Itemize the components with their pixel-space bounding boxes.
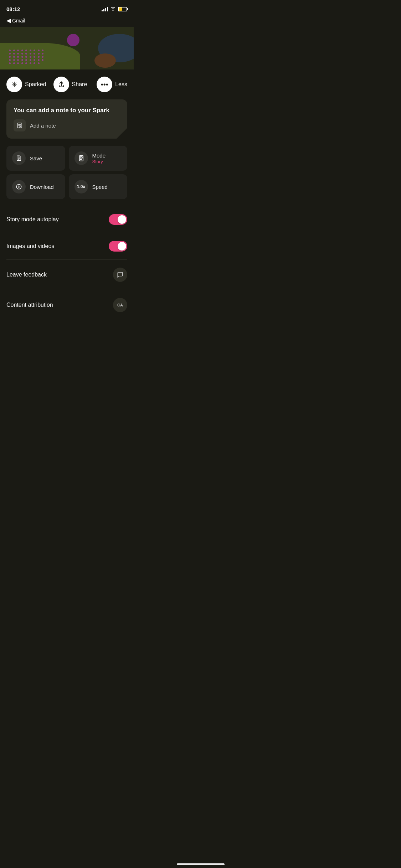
story-mode-toggle[interactable] bbox=[109, 214, 127, 225]
speed-label: Speed bbox=[92, 184, 108, 190]
add-note-label: Add a note bbox=[30, 123, 56, 129]
less-button[interactable]: ••• Less bbox=[97, 77, 127, 92]
svg-rect-6 bbox=[80, 157, 82, 158]
battery-icon bbox=[118, 7, 127, 11]
feedback-button[interactable] bbox=[113, 268, 127, 282]
download-label: Download bbox=[30, 184, 54, 190]
sparked-icon: ✳ bbox=[6, 77, 22, 92]
sparked-button[interactable]: ✳ Sparked bbox=[6, 77, 46, 92]
mode-button[interactable]: Mode Story bbox=[69, 146, 128, 171]
note-card-title: You can add a note to your Spark bbox=[14, 107, 120, 114]
more-icon: ••• bbox=[97, 77, 112, 92]
share-button[interactable]: Share bbox=[53, 77, 87, 92]
attribution-button[interactable]: CA bbox=[113, 298, 127, 312]
note-card-corner bbox=[117, 128, 127, 139]
attribution-icon: CA bbox=[117, 303, 123, 307]
save-label: Save bbox=[30, 155, 42, 161]
save-button[interactable]: Save bbox=[6, 146, 65, 171]
images-videos-label: Images and videos bbox=[6, 243, 54, 249]
action-row: ✳ Sparked Share ••• Less bbox=[0, 69, 134, 99]
status-icons bbox=[102, 6, 127, 12]
images-videos-toggle[interactable] bbox=[109, 241, 127, 252]
mode-sublabel: Story bbox=[92, 159, 103, 164]
bg-circle-purple bbox=[67, 34, 79, 46]
download-icon bbox=[12, 180, 26, 193]
share-label: Share bbox=[72, 81, 87, 88]
mode-label: Mode bbox=[92, 153, 106, 159]
status-bar: 08:12 bbox=[0, 0, 134, 16]
signal-icon bbox=[102, 6, 108, 11]
add-note-button[interactable]: Add a note bbox=[14, 119, 120, 131]
sparked-label: Sparked bbox=[25, 81, 46, 88]
save-icon bbox=[12, 151, 26, 165]
grid-buttons: Save Mode Story Download bbox=[6, 146, 127, 199]
story-mode-label: Story mode autoplay bbox=[6, 216, 59, 223]
settings-section: Story mode autoplay Images and videos Le… bbox=[0, 206, 134, 320]
note-card: You can add a note to your Spark Add a n… bbox=[6, 99, 127, 139]
header-image bbox=[0, 27, 134, 69]
note-icon bbox=[14, 119, 26, 131]
header-dots bbox=[9, 50, 45, 64]
feedback-row[interactable]: Leave feedback bbox=[6, 259, 127, 290]
images-videos-row: Images and videos bbox=[6, 233, 127, 259]
back-arrow-icon: ◀ bbox=[6, 17, 11, 24]
mode-icon bbox=[74, 151, 88, 165]
less-label: Less bbox=[115, 81, 127, 88]
bg-shape-brown bbox=[94, 53, 116, 68]
speed-icon: 1.0x bbox=[74, 180, 88, 193]
feedback-label: Leave feedback bbox=[6, 272, 47, 278]
share-icon bbox=[53, 77, 69, 92]
speed-button[interactable]: 1.0x Speed bbox=[69, 174, 128, 199]
back-nav[interactable]: ◀ Gmail bbox=[0, 16, 134, 27]
attribution-label: Content attribution bbox=[6, 302, 53, 308]
download-button[interactable]: Download bbox=[6, 174, 65, 199]
story-mode-row: Story mode autoplay bbox=[6, 206, 127, 233]
wifi-icon bbox=[110, 6, 116, 12]
back-label: Gmail bbox=[12, 18, 25, 24]
status-time: 08:12 bbox=[6, 6, 20, 12]
attribution-row[interactable]: Content attribution CA bbox=[6, 290, 127, 320]
speed-value: 1.0x bbox=[77, 184, 85, 189]
